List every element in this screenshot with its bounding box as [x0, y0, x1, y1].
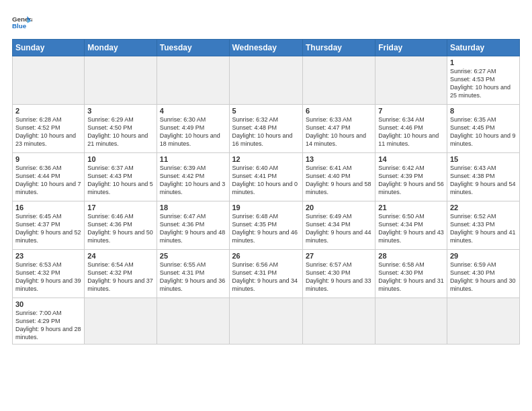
day-number: 18	[160, 203, 226, 212]
calendar-cell	[375, 56, 447, 105]
day-info: Sunrise: 6:39 AM Sunset: 4:42 PM Dayligh…	[160, 164, 226, 197]
day-info: Sunrise: 6:42 AM Sunset: 4:39 PM Dayligh…	[378, 164, 444, 197]
day-number: 21	[378, 203, 444, 212]
day-number: 13	[306, 155, 372, 163]
weekday-header-saturday: Saturday	[447, 40, 519, 56]
day-info: Sunrise: 6:49 AM Sunset: 4:34 PM Dayligh…	[306, 212, 372, 245]
day-info: Sunrise: 6:53 AM Sunset: 4:32 PM Dayligh…	[15, 261, 81, 293]
day-info: Sunrise: 6:56 AM Sunset: 4:31 PM Dayligh…	[232, 261, 300, 293]
calendar-cell: 30Sunrise: 7:00 AM Sunset: 4:29 PM Dayli…	[13, 298, 85, 345]
weekday-header-monday: Monday	[85, 40, 157, 56]
day-info: Sunrise: 6:54 AM Sunset: 4:32 PM Dayligh…	[87, 261, 153, 293]
calendar-cell	[13, 56, 85, 105]
day-info: Sunrise: 6:28 AM Sunset: 4:52 PM Dayligh…	[15, 116, 81, 148]
day-number: 28	[378, 252, 444, 260]
day-info: Sunrise: 6:48 AM Sunset: 4:35 PM Dayligh…	[232, 212, 300, 245]
calendar-cell: 4Sunrise: 6:30 AM Sunset: 4:49 PM Daylig…	[157, 105, 229, 153]
calendar-cell	[447, 298, 519, 345]
calendar-cell: 24Sunrise: 6:54 AM Sunset: 4:32 PM Dayli…	[85, 250, 157, 298]
day-number: 5	[232, 107, 300, 115]
day-info: Sunrise: 6:27 AM Sunset: 4:53 PM Dayligh…	[450, 67, 517, 100]
calendar-cell: 21Sunrise: 6:50 AM Sunset: 4:34 PM Dayli…	[375, 201, 447, 250]
day-info: Sunrise: 6:59 AM Sunset: 4:30 PM Dayligh…	[450, 261, 517, 293]
calendar-cell	[85, 298, 157, 345]
calendar-cell: 17Sunrise: 6:46 AM Sunset: 4:36 PM Dayli…	[85, 201, 157, 250]
day-number: 29	[450, 252, 517, 260]
day-info: Sunrise: 6:35 AM Sunset: 4:45 PM Dayligh…	[450, 116, 517, 148]
calendar-cell: 15Sunrise: 6:43 AM Sunset: 4:38 PM Dayli…	[447, 153, 519, 201]
calendar-cell: 13Sunrise: 6:41 AM Sunset: 4:40 PM Dayli…	[302, 153, 375, 201]
day-number: 20	[306, 203, 372, 212]
calendar-cell: 22Sunrise: 6:52 AM Sunset: 4:33 PM Dayli…	[447, 201, 519, 250]
day-number: 26	[232, 252, 300, 260]
day-number: 1	[450, 58, 517, 66]
day-info: Sunrise: 6:45 AM Sunset: 4:37 PM Dayligh…	[15, 212, 81, 245]
day-info: Sunrise: 6:46 AM Sunset: 4:36 PM Dayligh…	[87, 212, 153, 245]
calendar-cell: 25Sunrise: 6:55 AM Sunset: 4:31 PM Dayli…	[157, 250, 229, 298]
calendar-cell: 20Sunrise: 6:49 AM Sunset: 4:34 PM Dayli…	[302, 201, 375, 250]
calendar-cell: 16Sunrise: 6:45 AM Sunset: 4:37 PM Dayli…	[13, 201, 85, 250]
day-number: 8	[450, 107, 517, 115]
calendar-week-row: 30Sunrise: 7:00 AM Sunset: 4:29 PM Dayli…	[13, 298, 520, 345]
calendar-cell: 18Sunrise: 6:47 AM Sunset: 4:36 PM Dayli…	[157, 201, 229, 250]
calendar-cell	[157, 56, 229, 105]
day-info: Sunrise: 7:00 AM Sunset: 4:29 PM Dayligh…	[15, 309, 81, 342]
day-number: 17	[87, 203, 153, 212]
header: General Blue	[12, 12, 520, 32]
day-info: Sunrise: 6:41 AM Sunset: 4:40 PM Dayligh…	[306, 164, 372, 197]
day-info: Sunrise: 6:55 AM Sunset: 4:31 PM Dayligh…	[160, 261, 226, 293]
calendar-week-row: 1Sunrise: 6:27 AM Sunset: 4:53 PM Daylig…	[13, 56, 520, 105]
calendar-cell: 3Sunrise: 6:29 AM Sunset: 4:50 PM Daylig…	[85, 105, 157, 153]
calendar-cell	[375, 298, 447, 345]
calendar-cell	[229, 56, 302, 105]
calendar-cell: 12Sunrise: 6:40 AM Sunset: 4:41 PM Dayli…	[229, 153, 302, 201]
day-info: Sunrise: 6:32 AM Sunset: 4:48 PM Dayligh…	[232, 116, 300, 148]
weekday-header-wednesday: Wednesday	[229, 40, 302, 56]
calendar-cell: 1Sunrise: 6:27 AM Sunset: 4:53 PM Daylig…	[447, 56, 519, 105]
day-info: Sunrise: 6:37 AM Sunset: 4:43 PM Dayligh…	[87, 164, 153, 197]
calendar-cell: 2Sunrise: 6:28 AM Sunset: 4:52 PM Daylig…	[13, 105, 85, 153]
day-number: 24	[87, 252, 153, 260]
day-number: 25	[160, 252, 226, 260]
calendar-cell	[157, 298, 229, 345]
calendar-cell	[302, 56, 375, 105]
day-number: 30	[15, 300, 81, 308]
day-number: 14	[378, 155, 444, 163]
day-number: 23	[15, 252, 81, 260]
page: General Blue SundayMondayTuesdayWednesda…	[0, 0, 532, 411]
day-number: 12	[232, 155, 300, 163]
day-info: Sunrise: 6:52 AM Sunset: 4:33 PM Dayligh…	[450, 212, 517, 245]
day-number: 19	[232, 203, 300, 212]
calendar-cell: 8Sunrise: 6:35 AM Sunset: 4:45 PM Daylig…	[447, 105, 519, 153]
calendar-week-row: 2Sunrise: 6:28 AM Sunset: 4:52 PM Daylig…	[13, 105, 520, 153]
day-info: Sunrise: 6:58 AM Sunset: 4:30 PM Dayligh…	[378, 261, 444, 293]
weekday-header-sunday: Sunday	[13, 40, 85, 56]
day-number: 9	[15, 155, 81, 163]
day-info: Sunrise: 6:57 AM Sunset: 4:30 PM Dayligh…	[306, 261, 372, 293]
calendar-cell: 27Sunrise: 6:57 AM Sunset: 4:30 PM Dayli…	[302, 250, 375, 298]
day-number: 22	[450, 203, 517, 212]
calendar-cell: 28Sunrise: 6:58 AM Sunset: 4:30 PM Dayli…	[375, 250, 447, 298]
calendar-cell: 14Sunrise: 6:42 AM Sunset: 4:39 PM Dayli…	[375, 153, 447, 201]
calendar-week-row: 23Sunrise: 6:53 AM Sunset: 4:32 PM Dayli…	[13, 250, 520, 298]
day-number: 2	[15, 107, 81, 115]
day-info: Sunrise: 6:30 AM Sunset: 4:49 PM Dayligh…	[160, 116, 226, 148]
calendar-table: SundayMondayTuesdayWednesdayThursdayFrid…	[12, 39, 520, 345]
svg-text:Blue: Blue	[12, 22, 27, 30]
day-number: 10	[87, 155, 153, 163]
day-number: 3	[87, 107, 153, 115]
generalblue-logo-icon: General Blue	[12, 12, 32, 32]
day-number: 11	[160, 155, 226, 163]
calendar-cell: 26Sunrise: 6:56 AM Sunset: 4:31 PM Dayli…	[229, 250, 302, 298]
calendar-cell: 9Sunrise: 6:36 AM Sunset: 4:44 PM Daylig…	[13, 153, 85, 201]
calendar-cell: 5Sunrise: 6:32 AM Sunset: 4:48 PM Daylig…	[229, 105, 302, 153]
calendar-cell	[302, 298, 375, 345]
calendar-cell: 29Sunrise: 6:59 AM Sunset: 4:30 PM Dayli…	[447, 250, 519, 298]
calendar-cell: 23Sunrise: 6:53 AM Sunset: 4:32 PM Dayli…	[13, 250, 85, 298]
calendar-week-row: 9Sunrise: 6:36 AM Sunset: 4:44 PM Daylig…	[13, 153, 520, 201]
day-info: Sunrise: 6:50 AM Sunset: 4:34 PM Dayligh…	[378, 212, 444, 245]
calendar-cell	[229, 298, 302, 345]
weekday-header-friday: Friday	[375, 40, 447, 56]
calendar-cell: 10Sunrise: 6:37 AM Sunset: 4:43 PM Dayli…	[85, 153, 157, 201]
calendar-week-row: 16Sunrise: 6:45 AM Sunset: 4:37 PM Dayli…	[13, 201, 520, 250]
